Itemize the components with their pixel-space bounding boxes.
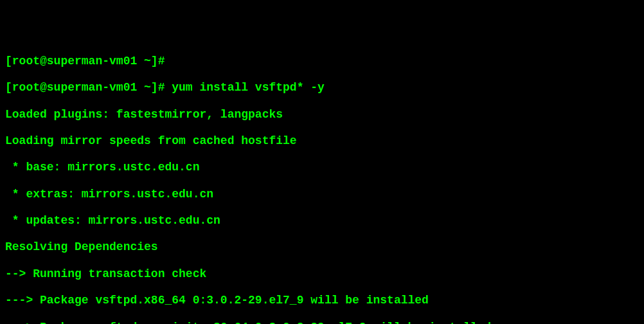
output-line: --> Running transaction check	[5, 267, 639, 281]
output-line: * updates: mirrors.ustc.edu.cn	[5, 214, 639, 228]
command-line: [root@superman-vm01 ~]# yum install vsft…	[5, 81, 639, 94]
output-line: Resolving Dependencies	[5, 240, 639, 254]
output-line: ---> Package vsftpd.x86_64 0:3.0.2-29.el…	[5, 294, 639, 307]
output-line: ---> Package vsftpd-sysvinit.x86_64 0:3.…	[5, 321, 639, 325]
output-line: Loading mirror speeds from cached hostfi…	[5, 134, 639, 148]
prompt-line: [root@superman-vm01 ~]#	[5, 55, 639, 68]
output-line: Loaded plugins: fastestmirror, langpacks	[5, 108, 639, 122]
output-line: * base: mirrors.ustc.edu.cn	[5, 161, 639, 174]
output-line: * extras: mirrors.ustc.edu.cn	[5, 188, 639, 201]
